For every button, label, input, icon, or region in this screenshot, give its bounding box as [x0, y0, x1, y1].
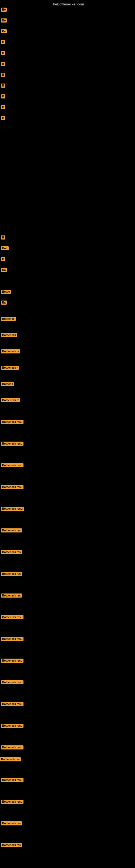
badge-14[interactable]: B [1, 257, 5, 261]
badge-40[interactable]: Bottleneck res [0, 757, 21, 762]
badge-44[interactable]: Bottleneck res [1, 843, 22, 847]
badge-34[interactable]: Bottleneck resu [1, 637, 24, 641]
badge-25[interactable]: Bottleneck resu [1, 442, 24, 446]
badge-5[interactable]: B [1, 51, 5, 55]
badge-22[interactable]: Bottlene [1, 382, 14, 386]
badge-10[interactable]: B [1, 105, 5, 109]
badge-42[interactable]: Bottleneck resu [1, 800, 24, 804]
badge-41[interactable]: Bottleneck resu [1, 778, 24, 782]
badge-43[interactable]: Bottleneck res [1, 822, 22, 826]
badge-21[interactable]: Bottleneck r [1, 366, 19, 370]
badge-8[interactable]: B [1, 84, 5, 88]
badge-18[interactable]: Bottlenec [1, 317, 16, 321]
badge-36[interactable]: Bottleneck resu [1, 680, 24, 684]
badge-15[interactable]: Bo [1, 268, 7, 272]
badge-7[interactable]: B [1, 73, 5, 77]
badge-28[interactable]: Bottleneck resul [1, 507, 24, 511]
badge-2[interactable]: Bo [1, 19, 7, 23]
badge-38[interactable]: Bottleneck resu [1, 724, 24, 728]
badge-39[interactable]: Bottleneck resu [1, 745, 24, 749]
badge-30[interactable]: Bottleneck res [1, 550, 22, 554]
badge-6[interactable]: B [1, 62, 5, 66]
badge-1[interactable]: Bo [1, 8, 7, 12]
badge-13[interactable]: Bott [1, 246, 9, 250]
badge-32[interactable]: Bottleneck res [1, 593, 22, 597]
badge-33[interactable]: Bottleneck resu [1, 615, 24, 619]
badge-24[interactable]: Bottleneck resu [1, 420, 24, 424]
badge-16[interactable]: Bottle [1, 290, 11, 294]
badge-4[interactable]: B [1, 40, 5, 44]
badge-23[interactable]: Bottleneck re [1, 398, 20, 402]
badge-31[interactable]: Bottleneck res [1, 572, 22, 576]
site-title: TheBottlenecker.com [51, 2, 84, 6]
badge-3[interactable]: Ba [1, 29, 7, 33]
badge-37[interactable]: Bottleneck resu [1, 702, 24, 706]
badge-35[interactable]: Bottleneck resu [1, 659, 24, 663]
badge-26[interactable]: Bottleneck resu [1, 463, 24, 467]
badge-9[interactable]: B [1, 94, 5, 98]
badge-29[interactable]: Bottleneck res [1, 528, 22, 532]
badge-11[interactable]: B [1, 116, 5, 120]
badge-19[interactable]: Bottleneck [1, 333, 17, 337]
badge-20[interactable]: Bottleneck re [1, 349, 20, 353]
badge-27[interactable]: Bottleneck resu [1, 485, 24, 489]
badge-17[interactable]: Ba [1, 301, 7, 305]
badge-12[interactable]: E [1, 236, 5, 240]
